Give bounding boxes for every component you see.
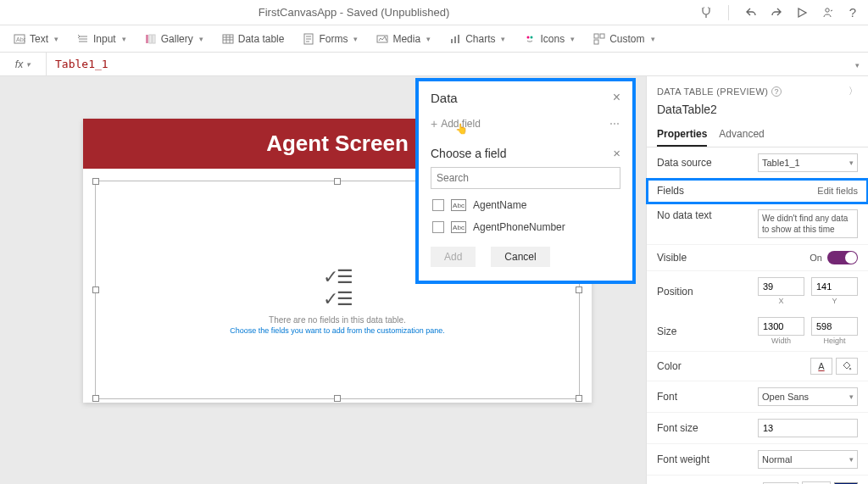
cursor-icon: 👆 <box>455 123 468 135</box>
prop-label-nodata: No data text <box>657 209 712 221</box>
properties-panel: DATA TABLE (PREVIEW) ? 〉 DataTable2 Prop… <box>646 76 868 484</box>
formula-expand-icon[interactable]: ▾ <box>845 58 868 70</box>
ribbon-datatable[interactable]: Data table <box>215 30 292 48</box>
fontsize-input[interactable] <box>758 419 858 437</box>
field-option[interactable]: Abc AgentName <box>431 194 620 216</box>
svg-rect-10 <box>454 36 456 43</box>
text-type-icon: Abc <box>451 221 466 233</box>
ribbon-charts[interactable]: Charts▾ <box>442 30 512 48</box>
prop-label-fontweight: Font weight <box>657 453 709 465</box>
control-name: DataTable2 <box>647 101 868 123</box>
svg-rect-4 <box>149 35 152 43</box>
close-icon[interactable]: × <box>613 90 620 105</box>
ribbon-custom[interactable]: Custom▾ <box>587 30 661 48</box>
svg-rect-11 <box>458 35 459 43</box>
undo-icon[interactable] <box>744 6 758 19</box>
field-option[interactable]: Abc AgentPhoneNumber <box>431 216 620 238</box>
svg-point-0 <box>826 8 829 11</box>
share-icon[interactable] <box>821 6 834 19</box>
checkbox[interactable] <box>432 199 444 211</box>
data-pane: Data × + Add field 👆 ⋯ Choose a field × … <box>415 78 636 284</box>
ribbon-icons[interactable]: Icons▾ <box>517 30 581 48</box>
ribbon-input[interactable]: Input▾ <box>70 30 133 48</box>
redo-icon[interactable] <box>770 6 783 19</box>
text-type-icon: Abc <box>451 199 466 211</box>
nodata-text-input[interactable]: We didn't find any data to show at this … <box>758 209 858 238</box>
svg-point-13 <box>531 36 533 38</box>
position-x-input[interactable] <box>758 277 804 296</box>
visible-toggle[interactable] <box>827 251 858 264</box>
app-title: FirstCanvasApp - Saved (Unpublished) <box>8 6 699 19</box>
prop-label-font: Font <box>657 391 677 403</box>
svg-point-12 <box>527 36 530 38</box>
more-icon[interactable]: ⋯ <box>609 118 620 130</box>
tab-properties[interactable]: Properties <box>657 123 707 147</box>
svg-rect-6 <box>223 35 233 43</box>
add-field-button[interactable]: + Add field 👆 <box>431 117 497 131</box>
close-icon[interactable]: × <box>613 146 620 160</box>
prop-label-position: Position <box>657 286 693 298</box>
plus-icon: + <box>431 117 437 131</box>
size-w-input[interactable] <box>758 317 804 336</box>
app-checker-icon[interactable] <box>699 6 713 19</box>
font-select[interactable]: Open Sans▾ <box>758 387 858 406</box>
add-button[interactable]: Add <box>431 247 476 267</box>
datasource-select[interactable]: Table1_1▾ <box>758 153 858 172</box>
choose-field-title: Choose a field <box>431 147 507 160</box>
position-y-input[interactable] <box>811 277 858 296</box>
resize-handle[interactable] <box>92 395 99 402</box>
ribbon-media[interactable]: Media▾ <box>370 30 437 48</box>
svg-text:Abc: Abc <box>16 36 25 42</box>
panel-section-title: DATA TABLE (PREVIEW) <box>657 86 768 97</box>
checkbox[interactable] <box>432 221 444 233</box>
prop-label-size: Size <box>657 325 676 337</box>
fx-label[interactable]: fx▾ <box>0 53 47 75</box>
tab-advanced[interactable]: Advanced <box>719 123 764 147</box>
data-pane-title: Data <box>431 91 458 105</box>
svg-rect-16 <box>594 40 598 44</box>
fill-color-button[interactable] <box>836 358 858 375</box>
play-icon[interactable] <box>795 6 809 19</box>
fontweight-select[interactable]: Normal▾ <box>758 450 858 469</box>
empty-text-line2: Choose the fields you want to add from t… <box>96 326 579 335</box>
resize-handle[interactable] <box>334 395 341 402</box>
formula-input[interactable] <box>47 58 845 70</box>
svg-rect-14 <box>594 34 598 38</box>
insert-ribbon: Abc Text▾ Input▾ Gallery▾ Data table For… <box>0 25 868 53</box>
help-icon[interactable]: ? <box>846 6 860 19</box>
resize-handle[interactable] <box>92 178 99 185</box>
font-color-button[interactable]: A <box>810 358 832 375</box>
svg-rect-3 <box>146 35 148 43</box>
ribbon-text[interactable]: Abc Text▾ <box>7 30 65 48</box>
resize-handle[interactable] <box>334 178 341 185</box>
prop-label-fields: Fields <box>657 185 684 197</box>
size-h-input[interactable] <box>811 317 858 336</box>
prop-label-fontsize: Font size <box>657 422 698 434</box>
ribbon-forms[interactable]: Forms▾ <box>296 30 364 48</box>
help-icon[interactable]: ? <box>771 86 782 97</box>
empty-text-line1: There are no fields in this data table. <box>96 315 579 325</box>
panel-expand-icon[interactable]: 〉 <box>849 85 858 97</box>
prop-label-datasource: Data source <box>657 157 712 169</box>
cancel-button[interactable]: Cancel <box>491 247 549 267</box>
field-search-input[interactable] <box>431 167 620 189</box>
prop-label-color: Color <box>657 360 682 372</box>
svg-rect-5 <box>153 35 155 43</box>
edit-fields-link[interactable]: Edit fields <box>817 186 858 196</box>
ribbon-gallery[interactable]: Gallery▾ <box>138 30 210 48</box>
resize-handle[interactable] <box>576 395 582 402</box>
prop-label-visible: Visible <box>657 252 687 264</box>
svg-rect-15 <box>600 34 604 38</box>
svg-rect-9 <box>451 39 453 43</box>
